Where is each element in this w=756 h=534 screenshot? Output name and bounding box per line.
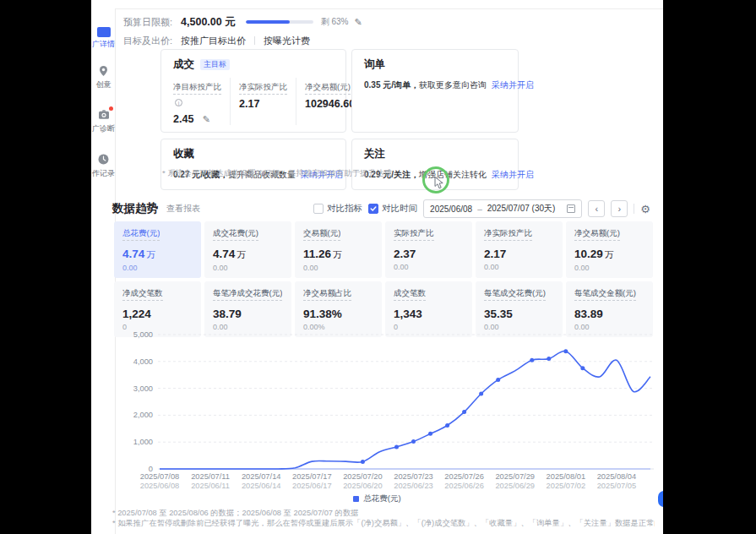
left-black-bar (0, 0, 91, 534)
svg-text:2025/07/11: 2025/07/11 (191, 472, 230, 481)
svg-text:2025/07/26: 2025/07/26 (444, 472, 484, 481)
clock-icon (96, 153, 111, 166)
svg-text:2025/08/04: 2025/08/04 (597, 472, 637, 481)
header-divider (108, 8, 663, 9)
click-indicator-ring (422, 166, 449, 193)
budget-label: 预算日限额: (123, 16, 172, 29)
compare-metric-label: 对比指标 (327, 203, 362, 215)
svg-text:2025/06/08: 2025/06/08 (140, 482, 180, 490)
svg-text:2025/07/17: 2025/07/17 (292, 472, 332, 481)
metric-tiles: 总花费(元)4.74万0.00成交花费(元)4.74万0.00交易额(元)11.… (114, 221, 653, 337)
mouse-cursor-icon (434, 177, 445, 189)
trend-chart: 01,0002,0003,0004,0005,0002025/07/082025… (112, 330, 660, 492)
svg-text:2025/07/23: 2025/07/23 (394, 472, 433, 481)
budget-row: 预算日限额: 4,500.00 元 剩 63% ✎ (123, 15, 362, 29)
svg-text:2025/07/05: 2025/07/05 (597, 482, 637, 490)
svg-text:2025/06/26: 2025/06/26 (444, 482, 484, 490)
budget-value: 4,500.00 元 (181, 15, 236, 30)
trend-title: 数据趋势 (112, 201, 158, 216)
notification-dot (109, 106, 113, 111)
svg-text:5,000: 5,000 (133, 330, 153, 339)
footnotes: * 2025/07/08 至 2025/08/06 的数据；2025/06/08… (112, 508, 655, 528)
prev-period-button[interactable]: ‹ (588, 200, 605, 217)
svg-text:2,000: 2,000 (133, 411, 153, 419)
info-icon[interactable]: i (175, 99, 182, 106)
camera-icon (96, 108, 111, 122)
budget-edit-icon[interactable]: ✎ (355, 17, 362, 28)
goal-bid-row: 目标及出价: 按推广目标出价 按曝光计费 (123, 35, 310, 46)
footnote-date-ranges: * 2025/07/08 至 2025/08/06 的数据；2025/06/08… (112, 508, 655, 518)
metric-tile-0[interactable]: 总花费(元)4.74万0.00 (114, 221, 201, 278)
screen: 广详情创意广诊断作记录 预算日限额: 4,500.00 元 剩 63% ✎ 目标… (0, 0, 756, 534)
goal-card-deal: 成交 主目标 净目标投产比i 2.45 ✎ 净实际投产比 2.17 净交易额(元… (160, 49, 346, 133)
next-period-button[interactable]: › (611, 200, 628, 217)
goal-card-title: 成交 (173, 57, 194, 72)
svg-text:2025/06/20: 2025/06/20 (343, 482, 383, 490)
metric-tile-5[interactable]: 净交易额(元)10.29万0.00 (566, 221, 653, 278)
line-chart: 01,0002,0003,0004,0005,0002025/07/082025… (112, 330, 660, 492)
main-panel: 广详情创意广诊断作记录 预算日限额: 4,500.00 元 剩 63% ✎ 目标… (91, 0, 663, 534)
trend-controls: 对比指标 对比时间 2025/06/08 – 2025/07/07 (30天) … (313, 199, 650, 218)
detail-badge-icon (97, 27, 111, 37)
svg-text:2025/06/29: 2025/06/29 (495, 482, 535, 490)
main-goal-badge: 主目标 (200, 59, 230, 70)
budget-remaining: 剩 63% (321, 16, 349, 28)
legend-label: 总花费(元) (363, 493, 400, 504)
svg-text:4,000: 4,000 (133, 357, 153, 366)
metric-tile-4[interactable]: 净实际投产比2.170.00 (476, 221, 563, 278)
footnote-pause-note: * 如果推广在暂停或删除前已经获得了曝光，那么在暂停或重建后展示「(净)交易额」… (112, 518, 655, 528)
compare-time-checkbox[interactable] (368, 204, 378, 214)
compare-time-label: 对比时间 (382, 203, 417, 215)
metric-tile-2[interactable]: 交易额(元)11.26万0.00 (295, 221, 382, 278)
budget-progress-fill (246, 20, 290, 24)
metric-net-target-roi: 净目标投产比i 2.45 ✎ (173, 78, 230, 125)
legend-swatch (353, 496, 359, 502)
sidebar-item-creative[interactable]: 创意 (91, 64, 116, 89)
bid-option-exposure[interactable]: 按曝光计费 (264, 35, 310, 47)
sidebar-item-detail[interactable]: 广详情 (91, 27, 116, 48)
svg-text:1,000: 1,000 (133, 438, 153, 446)
date-range-input[interactable]: 2025/06/08 – 2025/07/07 (30天) (423, 199, 582, 218)
svg-text:2025/06/14: 2025/06/14 (242, 482, 281, 490)
svg-text:2025/08/01: 2025/08/01 (547, 472, 586, 481)
svg-text:2025/07/02: 2025/07/02 (547, 482, 586, 490)
calendar-icon (567, 204, 575, 213)
goal-cards-note: * 系统会尽可能达成你设置的目标，保持稳定投放有助于提升达成 (162, 168, 392, 179)
metric-tile-1[interactable]: 成交花费(元)4.74万0.00 (204, 221, 291, 278)
goal-card-favorite: 收藏 0.27 元/收藏，提升商品收藏数量采纳并开启 (160, 139, 346, 190)
adopt-enable-link[interactable]: 采纳并开启 (492, 170, 534, 179)
view-report-link[interactable]: 查看报表 (166, 203, 200, 215)
svg-text:2025/06/11: 2025/06/11 (191, 482, 230, 490)
svg-text:2025/07/20: 2025/07/20 (343, 472, 383, 481)
chart-legend: 总花费(元) (91, 493, 663, 504)
pin-icon (96, 64, 111, 78)
metric-net-actual-roi: 净实际投产比 2.17 (230, 78, 296, 125)
right-black-bar (663, 0, 756, 534)
compare-metric-checkbox[interactable] (313, 204, 324, 214)
goal-card-inquiry: 询单 0.35 元/询单，获取更多意向咨询采纳并开启 (351, 49, 519, 133)
sidebar-item-diagnosis[interactable]: 广诊断 (91, 108, 116, 133)
metric-tile-3[interactable]: 实际投产比2.370.00 (385, 221, 472, 278)
goal-card-metrics: 净目标投产比i 2.45 ✎ 净实际投产比 2.17 净交易额(元) 10294… (173, 78, 334, 125)
svg-text:2025/07/14: 2025/07/14 (242, 472, 281, 481)
svg-text:2025/06/17: 2025/06/17 (292, 482, 332, 490)
bid-option-target[interactable]: 按推广目标出价 (181, 35, 246, 47)
bid-option-divider (254, 36, 255, 45)
svg-text:2025/06/23: 2025/06/23 (394, 482, 433, 490)
svg-text:3,000: 3,000 (133, 384, 153, 393)
controls-divider (634, 204, 634, 214)
roi-edit-icon[interactable]: ✎ (203, 114, 210, 124)
svg-text:2025/07/08: 2025/07/08 (140, 472, 180, 481)
trend-header: 数据趋势 查看报表 对比指标 对比时间 2025/06/08 – 2025/07… (112, 199, 650, 218)
goal-bid-label: 目标及出价: (123, 35, 172, 47)
sidebar-item-records[interactable]: 作记录 (91, 153, 116, 177)
svg-text:2025/07/29: 2025/07/29 (495, 472, 535, 481)
budget-progress-bar (246, 20, 313, 24)
adopt-enable-link[interactable]: 采纳并开启 (492, 80, 534, 90)
settings-gear-icon[interactable]: ⚙ (640, 203, 650, 215)
